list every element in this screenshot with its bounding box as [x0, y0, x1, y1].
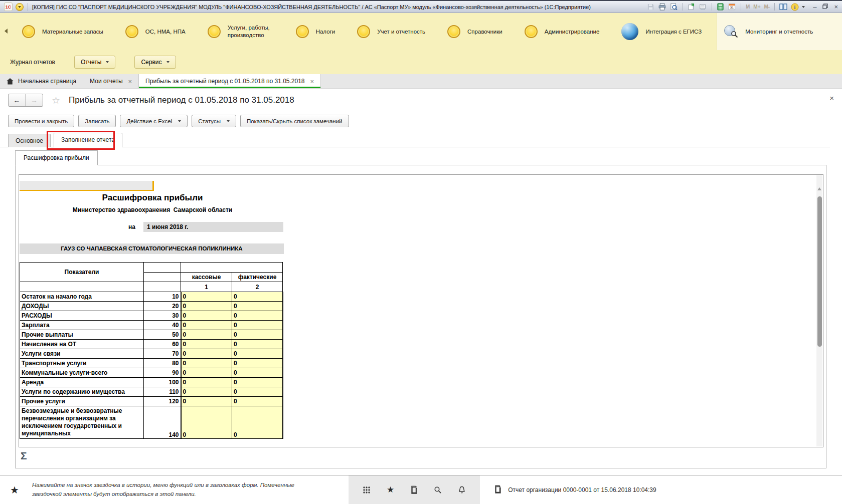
- cell-cash-value[interactable]: 0: [181, 349, 232, 359]
- info-icon[interactable]: i: [790, 3, 799, 11]
- cell-cash-value[interactable]: 0: [181, 387, 232, 397]
- cell-cash-value[interactable]: 0: [181, 378, 232, 387]
- service-menu-button[interactable]: Сервис: [134, 56, 176, 69]
- calculator-icon[interactable]: [716, 3, 725, 11]
- report-organization-field[interactable]: ГАУЗ СО ЧАПАЕВСКАЯ СТОМАТОЛОГИЧЕСКАЯ ПОЛ…: [20, 243, 284, 254]
- split-view-icon[interactable]: [779, 3, 788, 11]
- import-link-icon[interactable]: [699, 3, 708, 11]
- titlebar: 1С [КОПИЯ] ГИС СО "ПАСПОРТ МЕДИЦИНСКОГО …: [0, 0, 842, 13]
- ribbon-section-3[interactable]: Налоги: [289, 13, 351, 50]
- collapse-ribbon-icon[interactable]: [5, 29, 8, 34]
- form-tab-1[interactable]: Заполнение отчета: [54, 133, 122, 147]
- cell-fact-value[interactable]: 0: [232, 292, 283, 302]
- row-indicator-name: Коммунальные услуги-всего: [20, 368, 144, 378]
- cell-fact-value[interactable]: 0: [232, 397, 283, 406]
- table-header-empty: [144, 263, 181, 273]
- close-button[interactable]: ×: [834, 4, 838, 10]
- search-icon[interactable]: [434, 486, 442, 494]
- cell-cash-value[interactable]: 0: [181, 292, 232, 302]
- restore-button[interactable]: [822, 4, 828, 10]
- ribbon-section-7[interactable]: Интеграция с ЕГИСЗ: [614, 13, 717, 50]
- forward-button[interactable]: →: [26, 94, 43, 106]
- yellow-circle-icon: [296, 25, 309, 38]
- selected-cell[interactable]: [20, 181, 154, 191]
- favorite-star-icon[interactable]: ☆: [52, 95, 60, 106]
- calendar-icon[interactable]: 31: [728, 3, 737, 11]
- print-icon[interactable]: [658, 3, 667, 11]
- ribbon-section-label: Администрирование: [545, 28, 600, 36]
- tab-2[interactable]: Прибыль за отчетный период с 01.05.2018 …: [139, 74, 321, 88]
- tab-close-icon[interactable]: ×: [128, 78, 132, 85]
- tab-rasshifrovka-pribyli[interactable]: Расшифровка прибыли: [15, 150, 98, 165]
- reports-menu-button[interactable]: Отчеты: [74, 56, 115, 69]
- cell-cash-value[interactable]: 0: [181, 321, 232, 330]
- cell-fact-value[interactable]: 0: [232, 330, 283, 340]
- cell-cash-value[interactable]: 0: [181, 359, 232, 368]
- export-link-icon[interactable]: [687, 3, 696, 11]
- cell-cash-value[interactable]: 0: [181, 311, 232, 321]
- ribbon-section-5[interactable]: Справочники: [440, 13, 518, 50]
- minimize-button[interactable]: –: [813, 4, 816, 10]
- cell-cash-value[interactable]: 0: [181, 397, 232, 406]
- cell-cash-value[interactable]: 0: [181, 368, 232, 378]
- form-close-icon[interactable]: ×: [829, 94, 834, 102]
- cell-fact-value[interactable]: 0: [232, 321, 283, 330]
- row-indicator-name: Услуги связи: [20, 349, 144, 359]
- calc-memory-m-plus-button[interactable]: M+: [753, 4, 761, 10]
- ribbon-section-8[interactable]: Мониторинг и отчетность: [717, 13, 842, 50]
- spreadsheet[interactable]: Расшифровка прибыли Министерство здравоо…: [19, 175, 823, 447]
- toolbar-button-0[interactable]: Провести и закрыть: [8, 115, 74, 127]
- table-row: Начисления на ОТ6000: [20, 340, 283, 349]
- chevron-down-icon: [178, 120, 181, 122]
- cell-fact-value[interactable]: 0: [232, 349, 283, 359]
- cell-fact-value[interactable]: 0: [232, 359, 283, 368]
- scrollbar-thumb[interactable]: [817, 196, 822, 347]
- calc-memory-m-minus-button[interactable]: M-: [764, 4, 771, 10]
- cell-fact-value[interactable]: 0: [232, 302, 283, 311]
- report-journal-link[interactable]: Журнал отчетов: [10, 59, 55, 66]
- tab-1[interactable]: Мои отчеты×: [83, 74, 139, 88]
- cell-cash-value[interactable]: 0: [181, 406, 232, 439]
- cell-cash-value[interactable]: 0: [181, 340, 232, 349]
- cell-fact-value[interactable]: 0: [232, 368, 283, 378]
- main-menu-button[interactable]: [16, 3, 24, 11]
- cell-fact-value[interactable]: 0: [232, 406, 283, 439]
- ribbon-section-4[interactable]: Учет и отчетность: [350, 13, 440, 50]
- table-row: Прочие выплаты5000: [20, 330, 283, 340]
- cell-fact-value[interactable]: 0: [232, 378, 283, 387]
- row-line-number: 10: [144, 292, 181, 302]
- toolbar-button-3[interactable]: Статусы: [192, 115, 236, 127]
- save-icon[interactable]: [646, 3, 655, 11]
- ribbon-section-label: Мониторинг и отчетность: [745, 28, 813, 36]
- menu-grid-icon[interactable]: [363, 486, 371, 494]
- ribbon-section-1[interactable]: ОС, НМА, НПА: [118, 13, 201, 50]
- row-indicator-name: РАСХОДЫ: [20, 311, 144, 321]
- row-indicator-name: Прочие выплаты: [20, 330, 144, 340]
- print-preview-icon[interactable]: [669, 3, 679, 11]
- ribbon-section-2[interactable]: Услуги, работы, производство: [201, 13, 289, 50]
- vertical-scrollbar[interactable]: [816, 175, 822, 446]
- cell-cash-value[interactable]: 0: [181, 302, 232, 311]
- ribbon-section-0[interactable]: Материальные запасы: [15, 13, 118, 50]
- toolbar-button-4[interactable]: Показать/Скрыть список замечаний: [240, 115, 349, 127]
- back-button[interactable]: ←: [9, 94, 26, 106]
- report-date-field[interactable]: 1 июня 2018 г.: [143, 222, 283, 232]
- cell-fact-value[interactable]: 0: [232, 387, 283, 397]
- table-row: Зарплата4000: [20, 321, 283, 330]
- favorites-icon[interactable]: ★: [387, 484, 394, 495]
- history-icon[interactable]: [410, 485, 418, 494]
- tab-close-icon[interactable]: ×: [310, 78, 314, 85]
- cell-fact-value[interactable]: 0: [232, 311, 283, 321]
- chevron-down-icon[interactable]: [802, 6, 805, 8]
- notifications-bell-icon[interactable]: [458, 486, 466, 494]
- scroll-up-icon[interactable]: [817, 187, 821, 190]
- current-report-status[interactable]: Отчет организации 0000-0001 от 15.06.201…: [494, 485, 656, 495]
- ribbon-section-6[interactable]: Администрирование: [518, 13, 615, 50]
- tab-0[interactable]: Начальная страница: [0, 74, 83, 88]
- toolbar-button-1[interactable]: Записать: [78, 115, 116, 127]
- cell-fact-value[interactable]: 0: [232, 340, 283, 349]
- toolbar-button-2[interactable]: Действие с Excel: [120, 115, 188, 127]
- calc-memory-m-button[interactable]: M: [745, 4, 750, 10]
- form-tab-0[interactable]: Основное: [8, 134, 51, 147]
- cell-cash-value[interactable]: 0: [181, 330, 232, 340]
